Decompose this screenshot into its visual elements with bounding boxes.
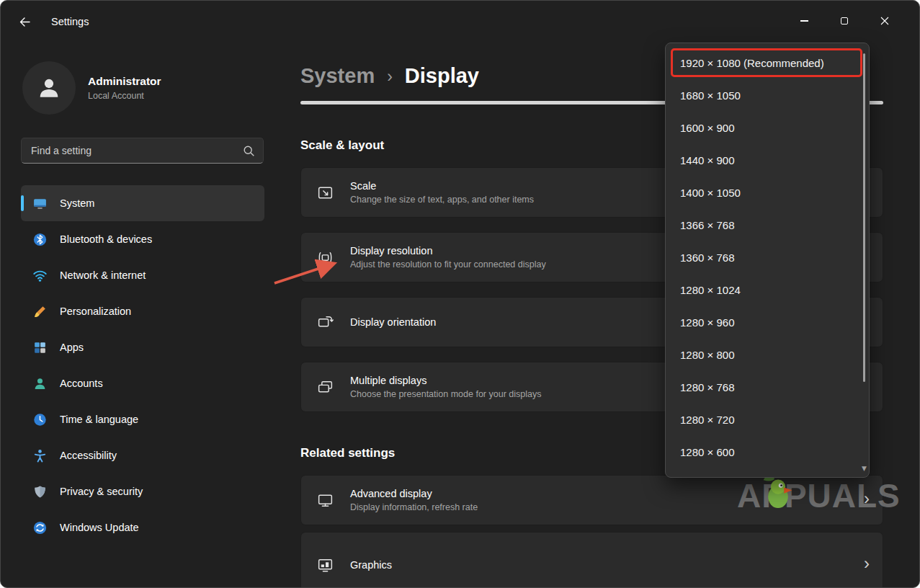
sidebar-item-label: Accessibility (60, 450, 117, 461)
card-subtitle: Change the size of text, apps, and other… (350, 195, 534, 205)
settings-window: Settings Administrator Local Accou (0, 0, 920, 588)
sidebar-item-personalization[interactable]: Personalization (21, 293, 264, 329)
card-text: Scale Change the size of text, apps, and… (350, 180, 534, 205)
sidebar-item-network-internet[interactable]: Network & internet (21, 257, 264, 293)
sidebar-item-label: Privacy & security (60, 486, 143, 497)
screenshot: Settings Administrator Local Accou (0, 0, 920, 588)
resolution-option[interactable]: 1280 × 960 (666, 306, 869, 339)
chevron-right-icon: › (864, 490, 870, 510)
card-subtitle: Choose the presentation mode for your di… (350, 389, 541, 399)
sidebar-item-accessibility[interactable]: Accessibility (21, 437, 264, 473)
resolution-option[interactable]: 1680 × 1050 (666, 79, 869, 112)
resolution-option[interactable]: 1400 × 1050 (666, 177, 869, 209)
setting-card-advanced-display[interactable]: Advanced display Display information, re… (300, 475, 883, 525)
resolution-option[interactable]: 1360 × 768 (666, 241, 869, 274)
user-account-block[interactable]: Administrator Local Account (22, 61, 283, 115)
person-icon (32, 375, 48, 391)
sidebar-item-label: Network & internet (60, 270, 146, 281)
card-text: Display resolution Adjust the resolution… (350, 245, 546, 270)
display-orientation-icon (316, 313, 335, 331)
card-title: Advanced display (350, 488, 478, 499)
card-title: Scale (350, 180, 534, 192)
sidebar-nav: System Bluetooth & devices Network & int… (21, 185, 264, 545)
resolution-option[interactable]: 1280 × 720 (666, 404, 869, 436)
selected-indicator (21, 195, 24, 211)
sidebar-item-apps[interactable]: Apps (21, 329, 264, 365)
advanced-display-icon (316, 491, 335, 509)
card-title: Display resolution (350, 245, 546, 257)
sidebar-item-label: Personalization (60, 306, 131, 317)
sidebar-item-label: Bluetooth & devices (60, 233, 152, 245)
scale-icon (316, 184, 335, 202)
resolution-dropdown: 1920 × 1080 (Recommended) 1680 × 1050 16… (665, 43, 870, 478)
shield-icon (32, 484, 48, 499)
sidebar-item-label: System (60, 197, 94, 209)
resolution-option[interactable]: 1366 × 768 (666, 209, 869, 241)
card-title: Graphics (350, 559, 392, 571)
minimize-button[interactable] (784, 5, 824, 37)
maximize-button[interactable] (824, 5, 865, 37)
brush-icon (32, 303, 48, 319)
sidebar-item-label: Windows Update (60, 522, 139, 533)
breadcrumb-system[interactable]: System (300, 64, 375, 88)
titlebar: Settings (1, 1, 919, 43)
graphics-icon (316, 556, 335, 574)
clock-icon (32, 411, 48, 427)
resolution-option[interactable]: 1280 × 800 (666, 339, 869, 371)
scroll-down-arrow-icon[interactable]: ▼ (862, 465, 867, 472)
accessibility-icon (32, 447, 48, 463)
window-controls (784, 5, 905, 37)
chevron-right-icon: › (864, 555, 870, 575)
sidebar-item-label: Time & language (60, 414, 138, 425)
resolution-option[interactable]: 1280 × 600 (666, 436, 869, 468)
back-arrow-icon (19, 17, 30, 27)
sidebar-item-time-language[interactable]: Time & language (21, 401, 264, 437)
display-resolution-icon (316, 249, 335, 267)
sidebar-item-system[interactable]: System (21, 185, 264, 221)
resolution-option[interactable]: 1920 × 1080 (Recommended) (666, 47, 869, 79)
resolution-option[interactable]: 1280 × 1024 (666, 274, 869, 306)
sidebar-item-accounts[interactable]: Accounts (21, 365, 264, 401)
card-text: Graphics (350, 559, 392, 571)
window-title: Settings (51, 16, 89, 27)
card-subtitle: Display information, refresh rate (350, 502, 478, 512)
dropdown-scrollbar-thumb[interactable] (863, 53, 866, 382)
card-subtitle: Adjust the resolution to fit your connec… (350, 259, 546, 270)
user-name: Administrator (88, 75, 161, 88)
avatar (22, 61, 76, 115)
search-box (21, 138, 264, 164)
resolution-option[interactable]: 1280 × 768 (666, 371, 869, 404)
card-title: Display orientation (350, 316, 436, 328)
card-text: Multiple displays Choose the presentatio… (350, 375, 541, 399)
card-title: Multiple displays (350, 375, 541, 386)
sidebar-item-bluetooth-devices[interactable]: Bluetooth & devices (21, 221, 264, 257)
sidebar: Administrator Local Account System (1, 43, 283, 587)
search-icon (243, 145, 255, 157)
page-title: Display (405, 64, 479, 88)
multiple-displays-icon (316, 378, 335, 396)
resolution-option[interactable]: 1440 × 900 (666, 144, 869, 177)
back-button[interactable] (12, 11, 37, 32)
breadcrumb-separator-icon: › (387, 67, 393, 86)
resolution-option[interactable]: 1600 × 900 (666, 112, 869, 144)
close-icon (880, 17, 889, 25)
update-icon (32, 520, 48, 535)
close-button[interactable] (865, 5, 905, 37)
minimize-icon (800, 20, 808, 21)
sidebar-item-windows-update[interactable]: Windows Update (21, 509, 264, 545)
sidebar-item-label: Apps (60, 342, 84, 353)
wifi-icon (32, 267, 48, 283)
system-icon (32, 195, 48, 211)
sidebar-item-label: Accounts (60, 378, 103, 389)
apps-grid-icon (32, 339, 48, 355)
maximize-icon (841, 17, 849, 25)
user-text: Administrator Local Account (88, 75, 161, 101)
setting-card-graphics[interactable]: Graphics › (300, 532, 883, 587)
card-text: Advanced display Display information, re… (350, 488, 478, 512)
sidebar-item-privacy-security[interactable]: Privacy & security (21, 473, 264, 509)
bluetooth-icon (32, 231, 48, 247)
user-account-type: Local Account (88, 91, 161, 101)
search-input[interactable] (22, 145, 263, 156)
card-text: Display orientation (350, 316, 436, 328)
